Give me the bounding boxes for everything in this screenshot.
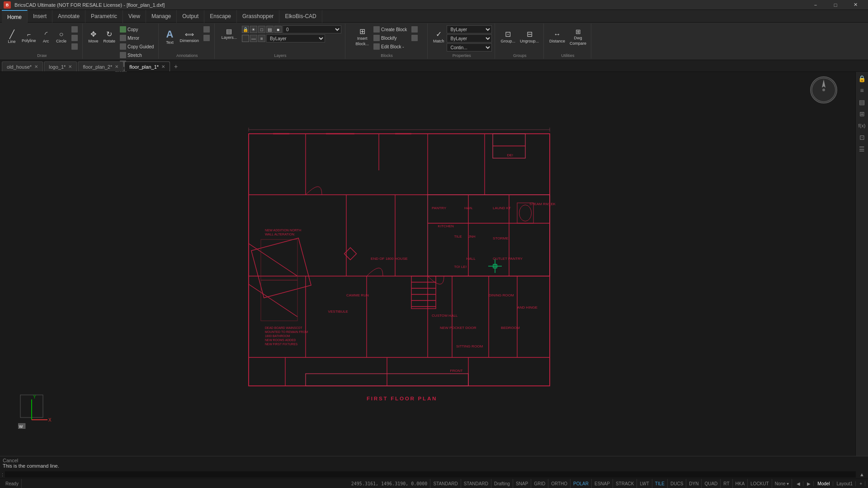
mirror-button[interactable]: Mirror (118, 34, 156, 42)
canvas-area[interactable]: PANTRY HAN. LAUND KT DE! STEAM RM_EK KIT… (0, 72, 855, 456)
minimize-button[interactable]: − (807, 0, 825, 10)
tab-enscape[interactable]: Enscape (204, 10, 237, 23)
layout-model-tab[interactable]: Model (815, 481, 833, 486)
distance-button[interactable]: ↔ Distance (547, 24, 567, 50)
tab-manage[interactable]: Manage (146, 10, 177, 23)
edit-block-button[interactable]: Edit Block - (372, 42, 409, 51)
layers-button[interactable]: ▤ Layers... (218, 25, 240, 43)
status-quad[interactable]: QUAD (702, 479, 721, 488)
tab-floor-plan-1[interactable]: floor_plan_1* ✕ (124, 61, 170, 71)
layer-icon-btn-4[interactable]: ▤ (266, 26, 274, 33)
polyline-button[interactable]: ⌐ Polyline (20, 24, 38, 50)
add-layout-button[interactable]: + (857, 481, 865, 486)
layer-number-dropdown[interactable]: 0 (283, 25, 341, 33)
ungroup-button[interactable]: ⊟ Ungroup... (518, 24, 541, 50)
sidebar-menu-icon[interactable]: ☰ (857, 144, 867, 154)
status-tile[interactable]: TILE (652, 479, 668, 488)
status-rt[interactable]: RT (721, 479, 732, 488)
tab-insert[interactable]: Insert (28, 10, 52, 23)
move-button[interactable]: ✥ Move (86, 24, 101, 50)
prop-dropdown-1[interactable]: ByLayer (447, 25, 492, 33)
status-snap[interactable]: SNAP (513, 479, 531, 488)
draw-sm-1[interactable] (70, 25, 80, 33)
close-button[interactable]: ✕ (846, 0, 864, 10)
anno-sm-2[interactable] (202, 34, 212, 42)
tab-elkobis[interactable]: ElkoBis-CAD (279, 10, 322, 23)
layer-linetype-icon[interactable]: — (250, 35, 257, 42)
copy-button[interactable]: Copy (118, 25, 156, 33)
sidebar-layers-icon[interactable]: ▤ (857, 97, 867, 107)
close-old-house[interactable]: ✕ (34, 64, 38, 69)
command-input[interactable] (5, 471, 856, 478)
block-sm-1[interactable] (410, 25, 420, 33)
sidebar-constraints-icon[interactable]: ⊡ (857, 132, 867, 142)
tab-home[interactable]: Home (2, 10, 28, 23)
tab-logo-1[interactable]: logo_1* ✕ (44, 61, 77, 71)
layout-next-button[interactable]: ▶ (804, 481, 814, 486)
layer-icon-btn-1[interactable]: 🔒 (242, 26, 249, 33)
status-lockut[interactable]: LOCKUT (748, 479, 772, 488)
draw-sm-2[interactable] (70, 34, 80, 42)
dimension-button[interactable]: ⟺ Dimension (178, 24, 201, 50)
add-tab-button[interactable]: + (171, 61, 181, 71)
status-none[interactable]: None ▾ (772, 479, 793, 488)
status-ducs[interactable]: DUCS (668, 479, 686, 488)
copy-guided-button[interactable]: Copy Guided (118, 42, 156, 51)
layer-icon-btn-3[interactable]: □ (258, 26, 265, 33)
svg-rect-22 (411, 276, 436, 309)
tab-parametric[interactable]: Parametric (85, 10, 123, 23)
tab-grasshopper[interactable]: Grasshopper (237, 10, 279, 23)
compass-widget[interactable] (810, 76, 837, 103)
layer-icon-btn-2[interactable]: ☀ (250, 26, 257, 33)
line-button[interactable]: ╱ Line (5, 24, 19, 50)
status-polar[interactable]: POLAR (571, 479, 592, 488)
arc-button[interactable]: ◜ Arc (39, 24, 53, 50)
status-grid[interactable]: GRID (531, 479, 548, 488)
close-logo-1[interactable]: ✕ (68, 64, 72, 69)
layer-color-dropdown[interactable]: ByLayer (266, 34, 325, 42)
maximize-button[interactable]: □ (826, 0, 844, 10)
status-hka[interactable]: HKA (733, 479, 748, 488)
status-strack[interactable]: STRACK (613, 479, 637, 488)
create-block-button[interactable]: Create Block (372, 25, 409, 33)
sidebar-fx-icon[interactable]: f(x) (857, 121, 867, 131)
layout-1-tab[interactable]: Layout1 (834, 481, 856, 486)
rotate-button[interactable]: ↻ Rotate (102, 24, 118, 50)
sidebar-lock-icon[interactable]: 🔒 (857, 74, 867, 84)
status-standard-2[interactable]: STANDARD (461, 479, 491, 488)
dwg-compare-button[interactable]: ⊞ Dwg Compare (568, 24, 588, 50)
layer-icon-btn-5[interactable]: ■ (274, 26, 282, 33)
circle-button[interactable]: ○ Circle (54, 24, 69, 50)
status-lwt[interactable]: LWT (637, 479, 652, 488)
prop-dropdown-3[interactable]: Contin... (447, 43, 492, 52)
tab-old-house[interactable]: old_house* ✕ (2, 61, 43, 71)
match-button[interactable]: ✓ Match (431, 24, 446, 50)
status-standard-1[interactable]: STANDARD (430, 479, 461, 488)
insert-block-button[interactable]: ⊞ Insert Block... (354, 24, 371, 50)
tab-floor-plan-2[interactable]: floor_plan_2* ✕ (78, 61, 123, 71)
blockify-button[interactable]: Blockify (372, 34, 409, 42)
stretch-button[interactable]: Stretch (118, 51, 156, 59)
status-esnap[interactable]: ESNAP (592, 479, 613, 488)
close-floor-plan-2[interactable]: ✕ (115, 64, 118, 69)
sidebar-blocks-icon[interactable]: ⊞ (857, 109, 867, 119)
draw-sm-3[interactable] (70, 42, 80, 51)
layer-lineweight-icon[interactable]: ≡ (258, 35, 265, 42)
status-dyn[interactable]: DYN (686, 479, 702, 488)
block-sm-2[interactable] (410, 34, 420, 42)
close-floor-plan-1[interactable]: ✕ (161, 64, 165, 69)
status-drafting[interactable]: Drafting (491, 479, 513, 488)
tab-output[interactable]: Output (177, 10, 204, 23)
anno-sm-1[interactable] (202, 25, 212, 33)
tab-annotate[interactable]: Annotate (52, 10, 85, 23)
command-scroll-up[interactable]: ▲ (858, 472, 866, 477)
prop-dropdown-2[interactable]: ByLayer (447, 34, 492, 42)
sidebar-lines-icon[interactable]: ≡ (857, 85, 867, 95)
tab-view[interactable]: View (123, 10, 146, 23)
text-button[interactable]: A Text (162, 24, 177, 50)
layout-prev-button[interactable]: ◀ (794, 481, 803, 486)
svg-text:CAMME RUN: CAMME RUN (346, 293, 369, 297)
layer-color-swatch[interactable] (242, 35, 249, 42)
status-ortho[interactable]: ORTHO (548, 479, 571, 488)
group-button[interactable]: ⊡ Group... (499, 24, 517, 50)
